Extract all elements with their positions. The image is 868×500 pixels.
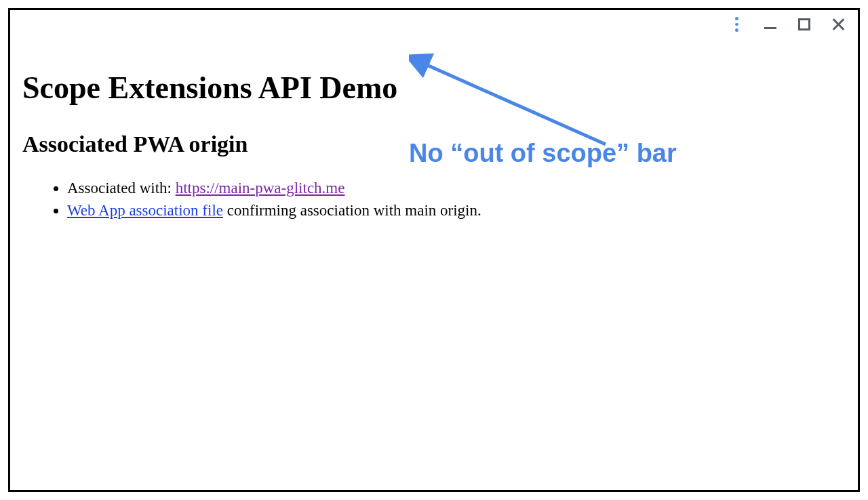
associated-origin-list: Associated with: https://main-pwa-glitch… [22,178,846,221]
list-item-suffix: confirming association with main origin. [223,202,481,219]
pwa-window: Scope Extensions API Demo Associated PWA… [8,8,860,492]
page-title: Scope Extensions API Demo [22,70,846,106]
window-titlebar [729,17,846,32]
list-item: Associated with: https://main-pwa-glitch… [67,178,846,199]
list-item: Web App association file confirming asso… [67,200,846,221]
minimize-icon[interactable] [763,17,778,32]
association-file-link[interactable]: Web App association file [67,202,223,219]
list-item-prefix: Associated with: [67,180,176,196]
kebab-menu-icon[interactable] [729,17,744,32]
maximize-icon[interactable] [797,17,812,32]
main-pwa-link[interactable]: https://main-pwa-glitch.me [176,180,345,196]
annotation-label: No “out of scope” bar [409,139,677,168]
close-icon[interactable] [831,17,846,32]
